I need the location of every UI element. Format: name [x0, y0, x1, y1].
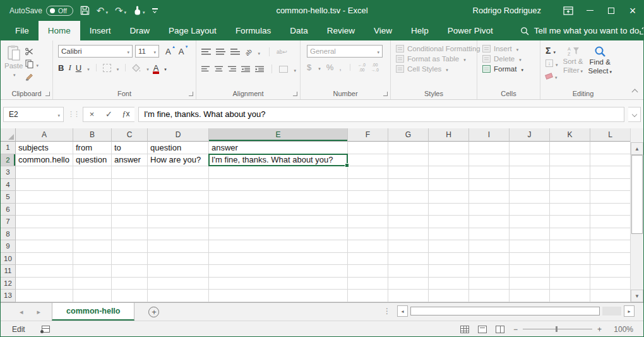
- page-break-view-button[interactable]: [496, 326, 504, 333]
- row-header-2[interactable]: 2: [1, 154, 16, 167]
- cell-H8[interactable]: [429, 228, 469, 241]
- cell-G11[interactable]: [388, 265, 429, 278]
- cell-D13[interactable]: [148, 290, 209, 302]
- autosave-pill[interactable]: Off: [46, 6, 73, 16]
- cell-C5[interactable]: [112, 191, 148, 204]
- cell-J10[interactable]: [510, 253, 550, 266]
- cell-L4[interactable]: [590, 179, 631, 192]
- close-button[interactable]: ×: [622, 0, 643, 21]
- cell-K13[interactable]: [550, 290, 590, 302]
- cell-G4[interactable]: [388, 179, 429, 192]
- cell-J12[interactable]: [510, 278, 550, 290]
- cell-D10[interactable]: [148, 253, 209, 266]
- font-name-select[interactable]: Calibri: [58, 45, 133, 58]
- scrollbar-resize-handle[interactable]: ⋮: [383, 307, 391, 316]
- redo-button[interactable]: [115, 6, 126, 15]
- cell-G12[interactable]: [388, 278, 429, 290]
- cell-H7[interactable]: [429, 216, 469, 228]
- align-right-icon[interactable]: [228, 66, 236, 73]
- cell-C11[interactable]: [112, 265, 148, 278]
- percent-format-button[interactable]: %: [326, 63, 334, 72]
- scroll-down-button[interactable]: ▼: [631, 290, 643, 302]
- cell-C12[interactable]: [112, 278, 148, 290]
- cell-H11[interactable]: [429, 265, 469, 278]
- cell-L1[interactable]: [590, 142, 631, 154]
- cell-K5[interactable]: [550, 191, 590, 204]
- sheet-tab-common-hello[interactable]: common-hello: [52, 303, 134, 321]
- currency-dropdown-icon[interactable]: [317, 63, 321, 72]
- cell-A6[interactable]: [16, 204, 73, 216]
- cell-J13[interactable]: [510, 290, 550, 302]
- column-header-A[interactable]: A: [16, 128, 73, 142]
- cell-H13[interactable]: [429, 290, 469, 302]
- cell-F2[interactable]: [348, 154, 388, 167]
- cell-F13[interactable]: [348, 290, 388, 302]
- cell-B7[interactable]: [73, 216, 112, 228]
- cell-H5[interactable]: [429, 191, 469, 204]
- cell-D6[interactable]: [148, 204, 209, 216]
- cell-E1[interactable]: answer: [209, 142, 348, 154]
- page-layout-view-button[interactable]: [478, 326, 487, 333]
- cell-A1[interactable]: subjects: [16, 142, 73, 154]
- orientation-dropdown-icon[interactable]: [257, 46, 261, 58]
- align-left-icon[interactable]: [201, 66, 210, 73]
- font-dialog-launcher[interactable]: [189, 92, 193, 96]
- number-format-select[interactable]: General: [307, 45, 383, 58]
- cell-L2[interactable]: [590, 154, 631, 167]
- row-header-8[interactable]: 8: [1, 228, 16, 241]
- next-sheet-button[interactable]: ▸: [37, 308, 41, 316]
- currency-format-button[interactable]: $: [307, 63, 311, 72]
- cell-I2[interactable]: [469, 154, 510, 167]
- vertical-scrollbar[interactable]: ▲ ▼: [630, 128, 643, 302]
- align-middle-icon[interactable]: [216, 49, 225, 56]
- underline-dropdown-icon[interactable]: [86, 63, 90, 73]
- column-header-J[interactable]: J: [510, 128, 550, 142]
- cell-G13[interactable]: [388, 290, 429, 302]
- formula-bar-resize-handle[interactable]: ⋮⋮: [68, 110, 79, 118]
- fill-color-button[interactable]: [132, 64, 141, 72]
- cell-A3[interactable]: [16, 166, 73, 179]
- cell-G6[interactable]: [388, 204, 429, 216]
- cell-L13[interactable]: [590, 290, 631, 302]
- font-size-select[interactable]: 11: [135, 45, 159, 58]
- cell-B3[interactable]: [73, 166, 112, 179]
- cell-F6[interactable]: [348, 204, 388, 216]
- zoom-slider[interactable]: [523, 329, 592, 329]
- minimize-button[interactable]: [579, 0, 600, 21]
- cell-E5[interactable]: [209, 191, 348, 204]
- cell-B6[interactable]: [73, 204, 112, 216]
- scroll-right-button[interactable]: ▸: [624, 305, 635, 317]
- cell-B11[interactable]: [73, 265, 112, 278]
- cell-B10[interactable]: [73, 253, 112, 266]
- cell-E9[interactable]: [209, 240, 348, 253]
- cell-I11[interactable]: [469, 265, 510, 278]
- cell-H1[interactable]: [429, 142, 469, 154]
- cell-D12[interactable]: [148, 278, 209, 290]
- cell-I12[interactable]: [469, 278, 510, 290]
- cell-A12[interactable]: [16, 278, 73, 290]
- column-header-D[interactable]: D: [148, 128, 209, 142]
- cell-B12[interactable]: [73, 278, 112, 290]
- scroll-left-button[interactable]: ◂: [397, 305, 408, 317]
- cell-I1[interactable]: [469, 142, 510, 154]
- row-header-7[interactable]: 7: [1, 216, 16, 228]
- column-header-B[interactable]: B: [73, 128, 112, 142]
- format-painter-button[interactable]: [25, 72, 39, 81]
- cell-J6[interactable]: [510, 204, 550, 216]
- save-button[interactable]: [80, 6, 90, 15]
- cell-F9[interactable]: [348, 240, 388, 253]
- cell-D1[interactable]: question: [148, 142, 209, 154]
- decrease-decimal-button[interactable]: .00 →.0: [371, 63, 379, 72]
- conditional-formatting-button[interactable]: Conditional Formatting: [396, 45, 473, 52]
- cell-H10[interactable]: [429, 253, 469, 266]
- fill-color-dropdown-icon[interactable]: [145, 63, 149, 73]
- collapse-ribbon-button[interactable]: [632, 89, 638, 95]
- copy-button[interactable]: [25, 59, 39, 68]
- cell-K8[interactable]: [550, 228, 590, 241]
- tab-insert[interactable]: Insert: [80, 21, 121, 40]
- increase-font-size-button[interactable]: A▴: [165, 47, 171, 56]
- row-header-10[interactable]: 10: [1, 253, 16, 266]
- column-header-G[interactable]: G: [388, 128, 429, 142]
- cell-H6[interactable]: [429, 204, 469, 216]
- wrap-text-button[interactable]: [277, 49, 287, 55]
